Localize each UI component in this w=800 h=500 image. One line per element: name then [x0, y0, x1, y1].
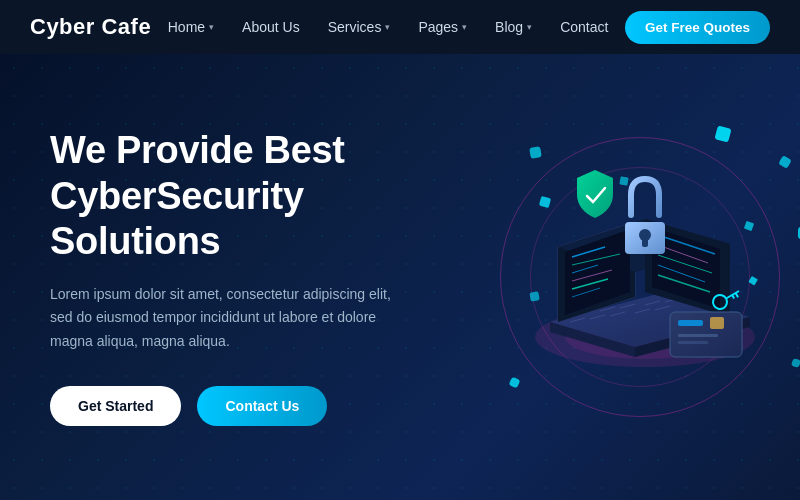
chevron-down-icon: ▾ [209, 22, 214, 32]
svg-rect-45 [539, 196, 551, 208]
hero-text: We Provide Best CyberSecurity Solutions … [50, 128, 470, 426]
hero-buttons: Get Started Contact Us [50, 386, 470, 426]
brand-logo[interactable]: Cyber Cafe [30, 14, 151, 40]
svg-rect-40 [710, 317, 724, 329]
chevron-down-icon: ▾ [527, 22, 532, 32]
nav-links: Home ▾ About Us Services ▾ Pages ▾ Blog … [156, 13, 621, 41]
chevron-down-icon: ▾ [462, 22, 467, 32]
svg-rect-38 [678, 334, 718, 337]
svg-rect-46 [744, 221, 754, 231]
nav-item-about[interactable]: About Us [230, 13, 312, 41]
svg-rect-48 [748, 276, 758, 286]
hero-subtitle: Lorem ipsum dolor sit amet, consectetur … [50, 283, 410, 354]
svg-rect-37 [678, 320, 703, 326]
nav-item-contact[interactable]: Contact [548, 13, 620, 41]
decorative-square-4 [791, 358, 800, 368]
security-illustration [490, 137, 790, 417]
hero-title: We Provide Best CyberSecurity Solutions [50, 128, 470, 265]
hero-illustration [470, 54, 800, 500]
get-started-button[interactable]: Get Started [50, 386, 181, 426]
nav-item-blog[interactable]: Blog ▾ [483, 13, 544, 41]
navbar: Cyber Cafe Home ▾ About Us Services ▾ Pa… [0, 0, 800, 54]
svg-line-43 [736, 293, 739, 297]
hero-section: We Provide Best CyberSecurity Solutions … [0, 54, 800, 500]
svg-rect-39 [678, 341, 708, 344]
get-free-quotes-button[interactable]: Get Free Quotes [625, 11, 770, 44]
svg-rect-47 [529, 291, 539, 301]
shield-icon [577, 170, 613, 218]
chevron-down-icon: ▾ [385, 22, 390, 32]
nav-item-home[interactable]: Home ▾ [156, 13, 226, 41]
cyber-graphic [470, 107, 800, 447]
svg-rect-49 [619, 176, 628, 185]
contact-us-button[interactable]: Contact Us [197, 386, 327, 426]
svg-line-44 [732, 295, 734, 298]
nav-item-pages[interactable]: Pages ▾ [406, 13, 479, 41]
nav-item-services[interactable]: Services ▾ [316, 13, 403, 41]
svg-rect-35 [642, 235, 648, 247]
